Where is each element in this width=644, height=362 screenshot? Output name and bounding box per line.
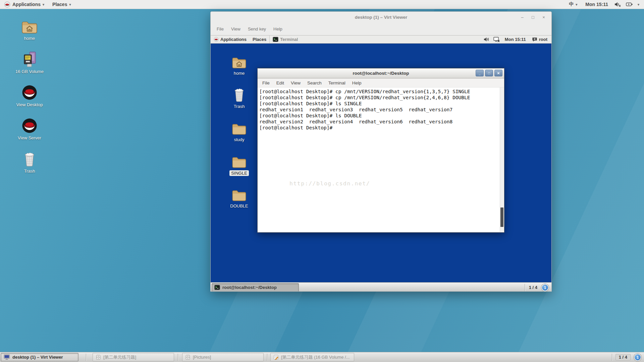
taskbar-button-virt-viewer[interactable]: desktop (1) – Virt Viewer — [1, 353, 78, 361]
clock-label: Mon 15:11 — [585, 2, 608, 7]
terminal-line: redhat_version1 redhat_version3 redhat_v… — [259, 107, 504, 113]
home-folder-icon — [21, 16, 38, 34]
menu-search[interactable]: Search — [304, 80, 325, 85]
chat-busy-icon — [532, 37, 537, 42]
menu-view[interactable]: View — [227, 26, 244, 32]
vm-icon-home[interactable]: home — [226, 53, 253, 86]
folder-icon — [231, 153, 247, 169]
input-method-indicator[interactable]: 中 ▾ — [565, 0, 581, 9]
chevron-down-icon: ▾ — [69, 3, 71, 6]
terminal-titlebar[interactable]: root@localhost:~/Desktop _ □ ✕ — [258, 68, 504, 78]
vm-workspace-label: 1 / 4 — [529, 285, 537, 290]
vm-current-app[interactable]: Terminal — [270, 36, 301, 43]
desktop-icon-trash[interactable]: Trash — [12, 149, 47, 182]
taskbar-label: [第二单元练习题] — [103, 354, 136, 360]
file-manager-icon — [185, 355, 191, 360]
vm-clock-label: Mon 15:11 — [505, 37, 526, 42]
speaker-icon — [484, 37, 489, 42]
maximize-button[interactable]: □ — [485, 70, 493, 76]
taskbar-separator — [612, 354, 612, 361]
redhat-icon — [214, 37, 219, 42]
network-offline-icon — [493, 37, 500, 42]
desktop-icon-view-desktop[interactable]: View Desktop — [12, 82, 47, 116]
watermark-text: http://blog.csdn.net/ — [289, 181, 370, 187]
scrollbar-thumb[interactable] — [500, 207, 503, 227]
vm-user-menu[interactable]: root — [529, 36, 551, 43]
vm-places-menu[interactable]: Places — [250, 36, 269, 43]
vm-places-label: Places — [253, 37, 266, 42]
system-menu[interactable]: ▾ — [635, 0, 644, 9]
vm-display: Applications Places Terminal — [211, 35, 551, 292]
vm-icon-single[interactable]: SINGLE — [226, 153, 253, 186]
taskbar-button-text-editor[interactable]: [第二单元练习题 (16 GB Volume /... — [270, 353, 354, 361]
close-button[interactable]: × — [541, 15, 547, 20]
taskbar-separator — [86, 354, 86, 361]
trash-icon — [232, 86, 246, 102]
taskbar-label: desktop (1) – Virt Viewer — [12, 355, 63, 360]
speaker-muted-icon — [614, 2, 621, 7]
vm-workspace-badge[interactable]: 1 — [541, 284, 549, 291]
applications-label: Applications — [12, 2, 41, 7]
minimize-button[interactable]: – — [519, 15, 525, 20]
terminal-scrollbar[interactable] — [500, 87, 504, 232]
badge-number: 1 — [544, 286, 546, 290]
vm-icon-trash[interactable]: Trash — [226, 86, 253, 119]
vm-taskbar-window-button[interactable]: root@localhost:~/Desktop — [212, 283, 299, 292]
chevron-down-icon: ▾ — [43, 3, 44, 6]
vm-desktop: home Trash study SINGLE — [211, 44, 551, 282]
desktop-icon-label: Trash — [24, 169, 35, 174]
vm-applications-label: Applications — [220, 37, 247, 42]
clock[interactable]: Mon 15:11 — [581, 0, 612, 9]
terminal-line: [root@localhost Desktop]# ls SINGLE — [259, 101, 504, 107]
vm-task-label: root@localhost:~/Desktop — [222, 285, 277, 290]
terminal-line: [root@localhost Desktop]# cp /mnt/VERSIO… — [259, 88, 504, 95]
taskbar-separator — [267, 354, 267, 361]
redhat-logo-icon — [21, 116, 38, 134]
menu-help[interactable]: Help — [270, 26, 286, 32]
minimize-button[interactable]: _ — [476, 70, 484, 76]
menu-help[interactable]: Help — [349, 80, 365, 85]
maximize-button[interactable]: □ — [530, 15, 536, 20]
vm-desktop-icons: home Trash study SINGLE — [226, 53, 253, 219]
desktop-icon-volume[interactable]: 16 GB Volume — [12, 49, 47, 82]
folder-icon — [231, 119, 247, 135]
vm-icon-double[interactable]: DOUBLE — [226, 186, 253, 219]
menu-terminal[interactable]: Terminal — [325, 80, 349, 85]
menu-file[interactable]: File — [259, 80, 273, 85]
host-workspace-badge[interactable]: 1 — [634, 354, 641, 361]
vm-clock[interactable]: Mon 15:11 — [502, 36, 529, 43]
virt-viewer-titlebar[interactable]: desktop (1) – Virt Viewer – □ × — [211, 12, 551, 22]
vm-app-label: Terminal — [280, 37, 298, 42]
menu-edit[interactable]: Edit — [273, 80, 287, 85]
desktop-icon-view-server[interactable]: View Server — [12, 116, 47, 149]
terminal-window: root@localhost:~/Desktop _ □ ✕ File Edit… — [257, 68, 504, 233]
desktop-icon-label: 16 GB Volume — [15, 69, 44, 74]
menu-send-key[interactable]: Send key — [244, 26, 270, 32]
vm-applications-menu[interactable]: Applications — [211, 36, 250, 43]
taskbar-button-pictures[interactable]: [Pictures] — [182, 353, 264, 361]
host-desktop-icons: home 16 GB Volume View Desktop View Serv… — [12, 16, 47, 182]
vm-icon-label: study — [234, 137, 244, 142]
taskbar-label: [第二单元练习题 (16 GB Volume /... — [281, 354, 350, 360]
places-menu[interactable]: Places ▾ — [48, 0, 75, 9]
desktop-icon-home[interactable]: home — [12, 16, 47, 49]
home-folder-icon — [231, 53, 247, 69]
vm-icon-study[interactable]: study — [226, 119, 253, 153]
places-label: Places — [52, 2, 67, 7]
file-manager-icon — [96, 355, 101, 360]
host-top-panel: Applications ▾ Places ▾ 中 ▾ Mon 15:11 — [0, 0, 644, 9]
menu-file[interactable]: File — [213, 26, 227, 32]
menu-view[interactable]: View — [287, 80, 304, 85]
volume-indicator[interactable] — [612, 0, 624, 9]
vm-user-label: root — [539, 37, 547, 42]
vm-volume-indicator[interactable] — [482, 36, 491, 43]
terminal-icon — [273, 37, 278, 42]
applications-menu[interactable]: Applications ▾ — [0, 0, 48, 9]
vm-network-indicator[interactable] — [491, 36, 502, 43]
terminal-output[interactable]: [root@localhost Desktop]# cp /mnt/VERSIO… — [258, 87, 504, 232]
folder-icon — [231, 186, 247, 202]
close-button[interactable]: ✕ — [494, 70, 502, 76]
desktop-icon-label: home — [24, 36, 35, 41]
battery-indicator[interactable] — [624, 0, 635, 9]
taskbar-button-files-1[interactable]: [第二单元练习题] — [93, 353, 174, 361]
